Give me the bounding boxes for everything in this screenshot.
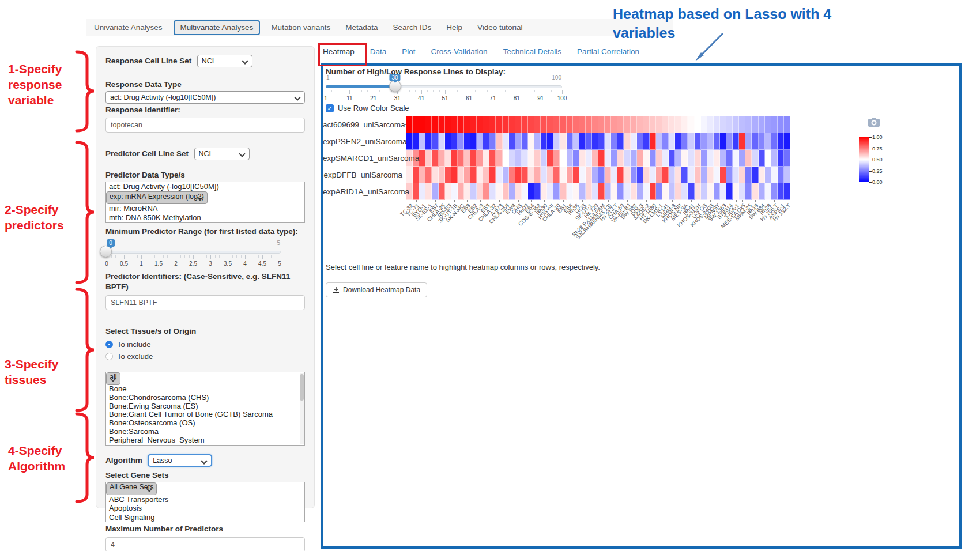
- s2-minor-tick: [267, 255, 267, 258]
- camera-icon[interactable]: [868, 118, 880, 127]
- tissue-option[interactable]: Peripheral_Nervous_System: [106, 436, 304, 445]
- x-axis-tick: [531, 200, 532, 202]
- tissue-option[interactable]: all: [106, 372, 120, 385]
- s1-tick: [445, 90, 446, 94]
- tissue-exclude-radio[interactable]: To exclude: [105, 352, 305, 361]
- slider-track[interactable]: [105, 251, 281, 254]
- heatmap-cell: [765, 116, 771, 133]
- heatmap-cell: [573, 167, 579, 183]
- tab-partial-correlation[interactable]: Partial Correlation: [577, 47, 639, 56]
- heatmap-cell: [695, 150, 701, 167]
- gene-set-option-option[interactable]: Apoptosis: [106, 504, 304, 513]
- heatmap-cell: [745, 150, 752, 167]
- heatmap-cell: [458, 167, 464, 183]
- tab-data[interactable]: Data: [370, 47, 387, 56]
- s2-minor-tick: [146, 255, 146, 258]
- heatmap-cell: [413, 167, 419, 183]
- predictor-data-type-option[interactable]: exp: mRNA Expression (log2): [106, 191, 208, 204]
- response-identifier-input[interactable]: [105, 118, 305, 133]
- red-brace-2: [77, 142, 94, 282]
- nav-tab-search-ids[interactable]: Search IDs: [385, 19, 439, 36]
- tissue-option[interactable]: Bone:Osteosarcoma (OS): [106, 419, 304, 428]
- heatmap-cell: [720, 133, 726, 150]
- nav-tab-video-tutorial[interactable]: Video tutorial: [470, 19, 530, 36]
- heatmap-row-label[interactable]: act609699_uniSarcoma: [323, 116, 402, 133]
- heatmap-cell: [586, 183, 592, 200]
- gene-set-option-option[interactable]: Cell Signaling: [106, 513, 304, 522]
- s2-minor-tick: [172, 255, 172, 258]
- heatmap-row-label[interactable]: expDFFB_uniSarcoma: [323, 167, 402, 183]
- heatmap-cell: [733, 183, 739, 200]
- heatmap-cell: [464, 116, 470, 133]
- heatmap-cell: [611, 133, 617, 150]
- lines-slider[interactable]: 1 100 30 1112131415161718191100: [326, 74, 562, 106]
- heatmap-cell: [752, 167, 758, 183]
- predictor-identifiers-input[interactable]: [105, 295, 305, 310]
- s1-minor-tick: [463, 90, 463, 92]
- heatmap-cell: [714, 167, 720, 183]
- heatmap-cell: [464, 133, 470, 150]
- heatmap-cell: [631, 150, 637, 167]
- heatmap-cell: [688, 116, 694, 133]
- s2-tick-label: 5: [278, 261, 281, 267]
- s2-minor-tick: [180, 255, 181, 258]
- s1-tick-label: 31: [394, 95, 401, 101]
- tissue-option[interactable]: Bone:Ewing Sarcoma (ES): [106, 402, 304, 411]
- tissue-option[interactable]: Bone:Giant Cell Tumor of Bone (GCTB) Sar…: [106, 410, 304, 419]
- predictor-cell-line-set-select[interactable]: NCI: [194, 148, 250, 160]
- heatmap-grid[interactable]: [406, 116, 790, 200]
- heatmap-cell: [739, 167, 745, 183]
- heatmap-cell: [515, 116, 522, 133]
- scrollbar[interactable]: [300, 373, 304, 444]
- download-heatmap-data-button[interactable]: Download Heatmap Data: [326, 282, 427, 297]
- heatmap-cell: [675, 183, 681, 200]
- slider-max-label: 5: [277, 240, 280, 246]
- response-data-type-select[interactable]: act: Drug Activity (-log10[IC50M]): [105, 91, 305, 104]
- tab-cross-validation[interactable]: Cross-Validation: [431, 47, 488, 56]
- predictor-data-type-option[interactable]: act: Drug Activity (-log10[IC50M]): [106, 182, 304, 191]
- gene-set-option-option[interactable]: All Gene Sets: [106, 482, 157, 495]
- s1-minor-tick: [505, 90, 506, 92]
- predictor-data-type-option[interactable]: mth: DNA 850K Methylation: [106, 213, 304, 222]
- row-color-scale-checkbox[interactable]: Use Row Color Scale: [326, 104, 409, 112]
- min-predictor-range-slider[interactable]: 0 5 00.511.522.533.544.55: [105, 239, 281, 269]
- heatmap-cell: [643, 183, 650, 200]
- tissue-include-radio[interactable]: To include: [105, 340, 305, 349]
- heatmap-cell: [451, 116, 458, 133]
- s2-tick-label: 0: [105, 261, 108, 267]
- heatmap-cell: [631, 167, 637, 183]
- heatmap-row-label[interactable]: expARID1A_uniSarcoma: [323, 183, 402, 200]
- heatmap-cell: [681, 116, 688, 133]
- heatmap-cell: [509, 183, 515, 200]
- heatmap-cell: [406, 133, 413, 150]
- s1-minor-tick: [534, 90, 535, 92]
- heatmap-row-label[interactable]: expSMARCD1_uniSarcoma: [323, 150, 402, 167]
- slider-bar: [326, 85, 395, 88]
- predictor-data-type-option[interactable]: mir: MicroRNA: [106, 204, 304, 213]
- tab-technical-details[interactable]: Technical Details: [503, 47, 561, 56]
- y-axis-tick: [404, 124, 406, 125]
- heatmap-cell: [496, 116, 502, 133]
- tab-plot[interactable]: Plot: [402, 47, 415, 56]
- x-axis-tick: [685, 200, 685, 202]
- heatmap-cell: [439, 183, 445, 200]
- nav-tab-mutation-variants[interactable]: Mutation variants: [263, 19, 338, 36]
- gene-sets-listbox[interactable]: All Gene SetsABC TransportersApoptosisCe…: [105, 482, 305, 523]
- nav-tab-metadata[interactable]: Metadata: [338, 19, 385, 36]
- nav-tab-multivariate-analyses[interactable]: Multivariate Analyses: [174, 20, 261, 35]
- heatmap-row-label[interactable]: expPSEN2_uniSarcoma: [323, 133, 402, 150]
- response-cell-line-set-select[interactable]: NCI: [197, 55, 252, 67]
- nav-tab-help[interactable]: Help: [439, 19, 470, 36]
- tissue-option[interactable]: Bone:Sarcoma: [106, 428, 304, 436]
- max-predictors-input[interactable]: [105, 537, 305, 551]
- tissue-option[interactable]: Bone:Chondrosarcoma (CHS): [106, 394, 304, 402]
- algorithm-select[interactable]: Lasso: [148, 454, 212, 467]
- predictor-data-types-listbox[interactable]: act: Drug Activity (-log10[IC50M])exp: m…: [105, 182, 305, 223]
- tissue-listbox[interactable]: allBoneBone:Chondrosarcoma (CHS)Bone:Ewi…: [105, 372, 305, 446]
- gene-set-option-option[interactable]: ABC Transporters: [106, 495, 304, 504]
- heatmap-cell: [425, 183, 432, 200]
- tissue-option[interactable]: Bone: [106, 385, 304, 394]
- heatmap-cell: [688, 167, 694, 183]
- nav-tab-univariate-analyses[interactable]: Univariate Analyses: [86, 19, 170, 36]
- color-scale-tick-label: 0.25: [872, 168, 883, 174]
